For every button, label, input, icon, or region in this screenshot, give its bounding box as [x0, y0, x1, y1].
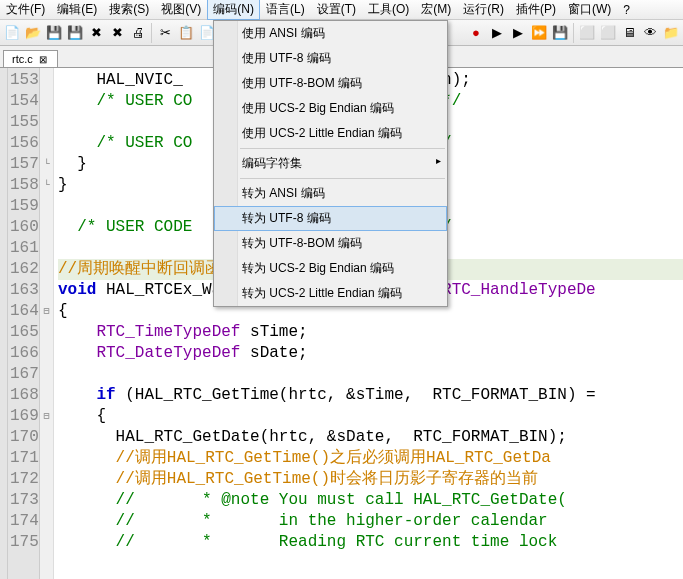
menu-item[interactable]: 搜索(S) — [103, 0, 155, 20]
fold-marker — [40, 259, 53, 280]
line-gutter: 1531541551561571581591601611621631641651… — [8, 68, 40, 579]
line-number: 159 — [10, 196, 33, 217]
encoding-menu-item[interactable]: 转为 UTF-8-BOM 编码 — [214, 231, 447, 256]
menu-item[interactable]: 运行(R) — [457, 0, 510, 20]
menu-separator — [240, 148, 445, 149]
code-line[interactable]: //调用HAL_RTC_GetTime()时会将日历影子寄存器的当前 — [58, 469, 683, 490]
playback-icon[interactable]: ▶ — [508, 23, 528, 43]
fold-column: └└⊟⊟ — [40, 68, 54, 579]
encoding-menu-item[interactable]: 编码字符集 — [214, 151, 447, 176]
line-number: 173 — [10, 490, 33, 511]
line-number: 157 — [10, 154, 33, 175]
line-number: 155 — [10, 112, 33, 133]
encoding-menu-item[interactable]: 使用 UTF-8 编码 — [214, 46, 447, 71]
code-line[interactable]: // * Reading RTC current time lock — [58, 532, 683, 553]
monitor-icon[interactable]: 🖥 — [619, 23, 639, 43]
menu-item[interactable]: 编码(N) — [207, 0, 260, 20]
tab-label: rtc.c — [12, 53, 33, 65]
encoding-menu-item[interactable]: 转为 ANSI 编码 — [214, 181, 447, 206]
fold-marker — [40, 490, 53, 511]
encoding-menu-item[interactable]: 转为 UCS-2 Little Endian 编码 — [214, 281, 447, 306]
fold-marker — [40, 196, 53, 217]
fold-marker[interactable]: └ — [40, 175, 53, 196]
eye-icon[interactable]: 👁 — [640, 23, 660, 43]
save-all-icon[interactable]: 💾 — [65, 23, 85, 43]
tool-icon-1[interactable]: ⬜ — [577, 23, 597, 43]
ff-icon[interactable]: ⏩ — [529, 23, 549, 43]
folder-icon[interactable]: 📁 — [661, 23, 681, 43]
open-file-icon[interactable]: 📂 — [23, 23, 43, 43]
fold-marker — [40, 70, 53, 91]
new-file-icon[interactable]: 📄 — [2, 23, 22, 43]
record-icon[interactable]: ● — [466, 23, 486, 43]
close-all-icon[interactable]: ✖ — [107, 23, 127, 43]
line-number: 161 — [10, 238, 33, 259]
tool-icon-2[interactable]: ⬜ — [598, 23, 618, 43]
fold-marker[interactable]: ⊟ — [40, 406, 53, 427]
menu-item[interactable]: 文件(F) — [0, 0, 51, 20]
line-number: 175 — [10, 532, 33, 553]
close-icon[interactable]: ✖ — [86, 23, 106, 43]
fold-marker[interactable]: ⊟ — [40, 301, 53, 322]
line-number: 168 — [10, 385, 33, 406]
line-number: 166 — [10, 343, 33, 364]
fold-marker — [40, 280, 53, 301]
encoding-menu: 使用 ANSI 编码使用 UTF-8 编码使用 UTF-8-BOM 编码使用 U… — [213, 20, 448, 307]
fold-marker — [40, 511, 53, 532]
fold-marker — [40, 532, 53, 553]
fold-marker — [40, 469, 53, 490]
code-line[interactable]: HAL_RTC_GetDate(hrtc, &sDate, RTC_FORMAT… — [58, 427, 683, 448]
line-number: 163 — [10, 280, 33, 301]
code-line[interactable] — [58, 364, 683, 385]
menu-item[interactable]: 宏(M) — [415, 0, 457, 20]
fold-marker — [40, 364, 53, 385]
encoding-menu-item[interactable]: 转为 UTF-8 编码 — [214, 206, 447, 231]
code-line[interactable]: RTC_DateTypeDef sDate; — [58, 343, 683, 364]
encoding-menu-item[interactable]: 使用 UCS-2 Little Endian 编码 — [214, 121, 447, 146]
line-number: 156 — [10, 133, 33, 154]
code-line[interactable]: { — [58, 406, 683, 427]
indicator-column — [0, 68, 8, 579]
fold-marker — [40, 133, 53, 154]
menu-item[interactable]: 视图(V) — [155, 0, 207, 20]
fold-marker — [40, 448, 53, 469]
menu-item[interactable]: 窗口(W) — [562, 0, 617, 20]
fold-marker[interactable]: └ — [40, 154, 53, 175]
menu-item[interactable]: 编辑(E) — [51, 0, 103, 20]
line-number: 154 — [10, 91, 33, 112]
line-number: 153 — [10, 70, 33, 91]
code-line[interactable]: //调用HAL_RTC_GetTime()之后必须调用HAL_RTC_GetDa — [58, 448, 683, 469]
code-line[interactable]: if (HAL_RTC_GetTime(hrtc, &sTime, RTC_FO… — [58, 385, 683, 406]
menu-item[interactable]: 设置(T) — [311, 0, 362, 20]
code-line[interactable]: // * @note You must call HAL_RTC_GetDate… — [58, 490, 683, 511]
line-number: 172 — [10, 469, 33, 490]
menu-item[interactable]: 工具(O) — [362, 0, 415, 20]
line-number: 158 — [10, 175, 33, 196]
fold-marker — [40, 112, 53, 133]
menu-item[interactable]: ? — [617, 1, 636, 19]
fold-marker — [40, 322, 53, 343]
copy-icon[interactable]: 📋 — [176, 23, 196, 43]
print-icon[interactable]: 🖨 — [128, 23, 148, 43]
line-number: 171 — [10, 448, 33, 469]
line-number: 162 — [10, 259, 33, 280]
code-line[interactable]: // * in the higher-order calendar — [58, 511, 683, 532]
code-line[interactable]: RTC_TimeTypeDef sTime; — [58, 322, 683, 343]
menubar: 文件(F)编辑(E)搜索(S)视图(V)编码(N)语言(L)设置(T)工具(O)… — [0, 0, 683, 20]
tab-rtc-c[interactable]: rtc.c ⊠ — [3, 50, 58, 67]
cut-icon[interactable]: ✂ — [155, 23, 175, 43]
encoding-menu-item[interactable]: 使用 UCS-2 Big Endian 编码 — [214, 96, 447, 121]
encoding-menu-item[interactable]: 转为 UCS-2 Big Endian 编码 — [214, 256, 447, 281]
line-number: 170 — [10, 427, 33, 448]
encoding-menu-item[interactable]: 使用 ANSI 编码 — [214, 21, 447, 46]
line-number: 174 — [10, 511, 33, 532]
save-macro-icon[interactable]: 💾 — [550, 23, 570, 43]
tab-close-icon[interactable]: ⊠ — [37, 54, 49, 65]
menu-item[interactable]: 插件(P) — [510, 0, 562, 20]
fold-marker — [40, 385, 53, 406]
play-icon[interactable]: ▶ — [487, 23, 507, 43]
menu-item[interactable]: 语言(L) — [260, 0, 311, 20]
fold-marker — [40, 427, 53, 448]
save-icon[interactable]: 💾 — [44, 23, 64, 43]
encoding-menu-item[interactable]: 使用 UTF-8-BOM 编码 — [214, 71, 447, 96]
